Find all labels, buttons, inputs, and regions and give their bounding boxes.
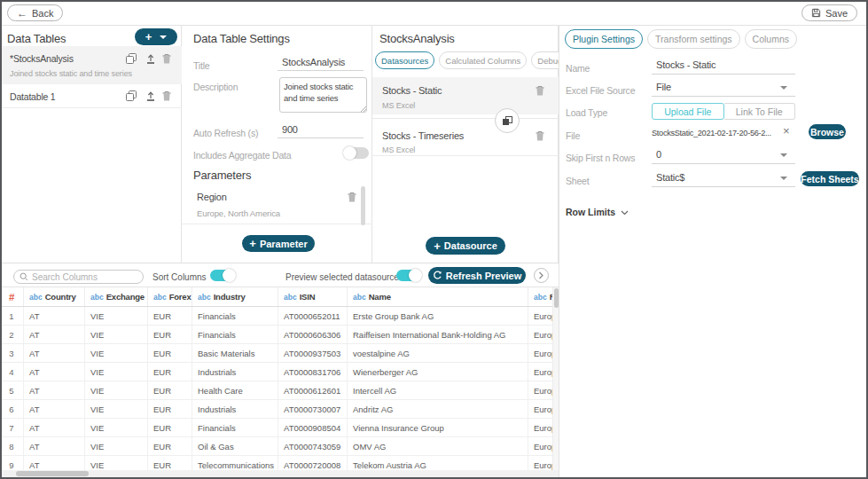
column-header-isin[interactable]: abcISIN (278, 287, 348, 306)
sheet-select[interactable]: Static$ (652, 172, 795, 187)
refresh-preview-button[interactable]: Refresh Preview (428, 267, 526, 284)
table-cell: 2 (0, 326, 24, 343)
table-cell: AT (24, 419, 85, 436)
chevron-down-icon[interactable] (621, 210, 629, 216)
row-limits-label: Row Limits (566, 207, 615, 217)
resize-handle-icon[interactable] (361, 106, 366, 112)
table-cell: AT0000652011 (278, 307, 348, 325)
column-header-country[interactable]: abcCountry (24, 287, 85, 306)
table-cell: EUR (148, 419, 192, 436)
excel-file-source-select[interactable]: File (652, 82, 795, 97)
upload-file-button[interactable]: Upload File (652, 103, 724, 120)
title-input[interactable]: StocksAnalysis (278, 57, 364, 71)
name-input[interactable]: Stocks - Static (652, 59, 795, 75)
data-tables-title: Data Tables (7, 32, 66, 45)
toggle-knob (409, 269, 422, 282)
datasource-type: MS Excel (382, 145, 415, 154)
refresh-preview-label: Refresh Preview (446, 271, 522, 281)
auto-refresh-input[interactable]: 900 (278, 124, 364, 138)
expand-preview-button[interactable] (534, 268, 549, 283)
data-table-item-selected[interactable]: *StocksAnalysis Joined stocks static and… (0, 46, 182, 84)
trash-icon[interactable] (535, 85, 546, 97)
tab-transform-settings[interactable]: Transform settings (647, 29, 740, 49)
plus-icon: + (249, 238, 256, 249)
table-cell: AT0000831706 (278, 363, 348, 381)
skip-first-n-rows-label: Skip First n Rows (566, 153, 635, 163)
preview-datasource-toggle[interactable] (396, 270, 421, 281)
add-parameter-button[interactable]: + Parameter (242, 235, 315, 252)
copy-icon[interactable] (126, 53, 137, 65)
tab-calculated-columns[interactable]: Calculated Columns (439, 51, 527, 69)
back-label: Back (32, 8, 53, 19)
sheet-label: Sheet (566, 176, 589, 186)
column-header-exchange[interactable]: abcExchange (85, 287, 148, 306)
datasource-item[interactable]: Stocks - Timeseries MS Excel (372, 124, 559, 156)
table-row: 3ATVIEEURBasic MaterialsAT0000937503voes… (0, 344, 559, 363)
add-datasource-button[interactable]: + Datasource (426, 237, 505, 255)
table-cell: VIE (85, 400, 148, 418)
search-columns-input[interactable] (13, 270, 144, 284)
data-table-item[interactable]: Datatable 1 (0, 84, 182, 108)
aggregate-toggle[interactable] (344, 147, 369, 159)
column-header-forex[interactable]: abcForex (148, 287, 192, 306)
tab-columns[interactable]: Columns (745, 29, 797, 49)
table-cell: Vienna Insurance Group (348, 419, 528, 436)
chevron-right-icon (538, 271, 544, 279)
vertical-scrollbar[interactable] (552, 287, 559, 470)
auto-refresh-label: Auto Refresh (s) (193, 128, 258, 138)
table-cell: Financials (192, 419, 278, 436)
table-row: 6ATVIEEURIndustrialsAT0000730007Andritz … (0, 400, 559, 419)
tab-plugin-settings[interactable]: Plugin Settings (565, 29, 643, 49)
sort-columns-toggle[interactable] (210, 270, 235, 281)
table-cell: 7 (0, 419, 24, 436)
add-data-table-button[interactable]: + (135, 28, 177, 45)
tab-datasources[interactable]: Datasources (375, 51, 434, 69)
clear-file-icon[interactable]: × (783, 127, 790, 136)
scrollbar-thumb[interactable] (361, 186, 365, 225)
chevron-down-icon[interactable] (780, 153, 787, 157)
table-cell: AT0000743059 (278, 437, 348, 455)
datasource-item-selected[interactable]: Stocks - Static MS Excel (372, 77, 559, 114)
trash-icon[interactable] (347, 192, 358, 203)
save-button[interactable]: Save (802, 4, 857, 21)
scrollbar-thumb[interactable] (554, 288, 559, 308)
file-label: File (566, 130, 580, 141)
table-cell: Financials (192, 307, 278, 325)
parameter-item[interactable]: Region Europe, North America (182, 184, 372, 224)
row-index-header[interactable]: # (0, 287, 24, 306)
table-cell: Financials (192, 326, 278, 343)
excel-file-source-label: Excel File Source (566, 85, 635, 96)
trash-icon[interactable] (535, 130, 546, 142)
table-cell: AT (24, 307, 85, 325)
preview-section: Sort Columns Preview selected datasource… (0, 263, 559, 477)
horizontal-scrollbar[interactable] (0, 470, 559, 477)
parameter-value: Europe, North America (197, 208, 280, 218)
search-columns-field[interactable] (32, 272, 129, 282)
column-header-industry[interactable]: abcIndustry (192, 287, 278, 306)
table-cell: Basic Materials (192, 344, 278, 362)
chevron-down-icon[interactable] (780, 86, 787, 90)
upload-icon[interactable] (145, 53, 157, 65)
upload-icon[interactable] (145, 90, 157, 102)
table-cell: EUR (148, 437, 192, 455)
scrollbar-thumb[interactable] (16, 471, 89, 476)
add-parameter-label: Parameter (260, 239, 308, 249)
table-cell: AT (24, 363, 85, 381)
skip-first-n-rows-select[interactable]: 0 (652, 149, 795, 164)
trash-icon[interactable] (161, 53, 173, 65)
table-cell: EUR (148, 344, 192, 362)
duplicate-datasource-button[interactable] (495, 108, 520, 133)
column-header-name[interactable]: abcName (348, 287, 528, 306)
link-to-file-button[interactable]: Link To File (724, 103, 796, 120)
browse-button[interactable]: Browse (809, 124, 846, 139)
back-arrow-icon: ← (17, 7, 27, 20)
table-row: 2ATVIEEURFinancialsAT0000606306Raiffeise… (0, 326, 559, 344)
trash-icon[interactable] (161, 90, 173, 102)
fetch-sheets-button[interactable]: Fetch Sheets (801, 171, 859, 186)
table-cell: AT (24, 326, 85, 343)
description-input[interactable]: Joined stocks static and time series (279, 77, 367, 113)
back-button[interactable]: ← Back (7, 4, 63, 21)
chevron-down-icon (160, 35, 167, 39)
copy-icon[interactable] (126, 90, 137, 102)
chevron-down-icon[interactable] (780, 177, 787, 180)
